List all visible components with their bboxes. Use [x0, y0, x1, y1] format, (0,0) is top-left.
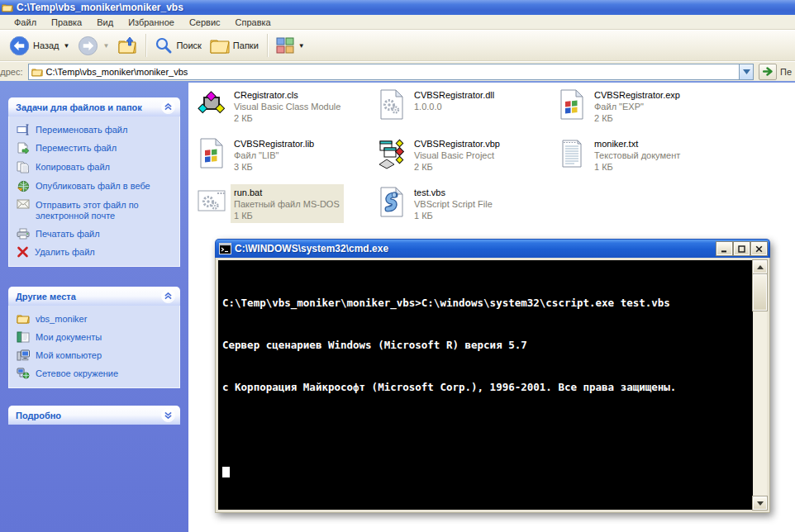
- task-rename-file[interactable]: Переименовать файл: [17, 124, 176, 135]
- back-button[interactable]: Назад ▼: [5, 34, 74, 58]
- expand-chevron-icon[interactable]: [161, 408, 175, 422]
- task-label: Печатать файл: [36, 228, 100, 240]
- collapse-chevron-icon[interactable]: [161, 289, 175, 303]
- menu-edit[interactable]: Правка: [44, 17, 89, 27]
- printer-icon: [17, 228, 30, 240]
- views-dropdown-icon[interactable]: ▼: [298, 42, 305, 50]
- file-tasks-header[interactable]: Задачи для файлов и папок: [8, 97, 180, 116]
- place-network[interactable]: Сетевое окружение: [17, 368, 176, 379]
- console-cursor: [222, 467, 230, 477]
- file-desc: Файл "LIB": [234, 150, 314, 161]
- place-my-documents[interactable]: Мои документы: [17, 331, 176, 343]
- folders-button[interactable]: Папки: [206, 35, 263, 56]
- go-button[interactable]: [759, 64, 777, 80]
- details-header[interactable]: Подробно: [8, 406, 180, 425]
- menu-favorites[interactable]: Избранное: [121, 17, 182, 27]
- search-icon: [155, 36, 173, 55]
- batch-file-icon: [195, 184, 228, 230]
- cmd-close-button[interactable]: [751, 242, 767, 255]
- scroll-up-button[interactable]: [753, 260, 767, 273]
- address-input[interactable]: C:\Temp\vbs_moniker\moniker_vbs: [28, 64, 754, 80]
- my-documents-icon: [17, 331, 30, 343]
- file-tile-cregistrator-cls[interactable]: CRegistrator.cls Visual Basic Class Modu…: [195, 87, 375, 133]
- cmd-frame: C:\Temp\vbs_moniker\moniker_vbs>C:\windo…: [215, 258, 770, 513]
- task-print-file[interactable]: Печатать файл: [17, 228, 176, 240]
- address-dropdown-button[interactable]: [739, 64, 753, 79]
- file-tile-cvbsregistrator-dll[interactable]: CVBSRegistrator.dll 1.0.0.0: [375, 87, 555, 133]
- task-move-file[interactable]: Переместить файл: [17, 142, 176, 154]
- file-tile-cvbsregistrator-vbp[interactable]: CVBSRegistrator.vbp Visual Basic Project…: [375, 135, 555, 182]
- windows-file-icon: [195, 135, 228, 182]
- details-title: Подробно: [16, 411, 61, 420]
- other-places-title: Другие места: [16, 292, 76, 302]
- folder-up-icon: [117, 36, 137, 55]
- console-blank-line: [222, 422, 753, 436]
- views-button[interactable]: ▼: [272, 36, 309, 55]
- file-desc: 1.0.0.0: [414, 101, 494, 112]
- file-tasks-title: Задачи для файлов и папок: [16, 102, 142, 112]
- task-label: Переместить файл: [36, 142, 117, 154]
- back-dropdown-icon[interactable]: ▼: [64, 42, 70, 50]
- network-icon: [17, 368, 30, 379]
- window-title: C:\Temp\vbs_moniker\moniker_vbs: [17, 2, 183, 13]
- menu-tools[interactable]: Сервис: [182, 17, 228, 27]
- delete-x-icon: [17, 246, 29, 258]
- menu-view[interactable]: Вид: [89, 17, 121, 27]
- file-desc: Visual Basic Project: [414, 150, 500, 161]
- place-label: vbs_moniker: [36, 313, 87, 325]
- collapse-chevron-icon[interactable]: [161, 100, 175, 114]
- up-button[interactable]: [113, 34, 141, 57]
- place-vbs-moniker[interactable]: vbs_moniker: [17, 313, 176, 325]
- folders-label: Папки: [233, 40, 259, 50]
- cmd-icon: [219, 243, 231, 254]
- dll-file-icon: [375, 87, 408, 133]
- address-bar: Адрес: C:\Temp\vbs_moniker\moniker_vbs П…: [0, 62, 795, 83]
- windows-file-icon: [555, 87, 588, 133]
- explorer-titlebar[interactable]: C:\Temp\vbs_moniker\moniker_vbs: [0, 0, 795, 15]
- task-delete-file[interactable]: Удалить файл: [17, 246, 176, 258]
- text-document-icon: [555, 135, 588, 182]
- file-tasks-body: Переименовать файл Переместить файл Копи…: [8, 116, 180, 267]
- publish-web-icon: [17, 180, 30, 192]
- file-tile-cvbsregistrator-lib[interactable]: CVBSRegistrator.lib Файл "LIB" 3 КБ: [195, 135, 375, 182]
- address-label: Адрес:: [0, 67, 28, 77]
- email-icon: [17, 199, 30, 209]
- cmd-titlebar[interactable]: C:\WINDOWS\system32\cmd.exe: [215, 239, 770, 258]
- file-tile-cvbsregistrator-exp[interactable]: CVBSRegistrator.exp Файл "EXP" 2 КБ: [555, 87, 735, 133]
- task-publish-file[interactable]: Опубликовать файл в вебе: [17, 180, 176, 192]
- forward-button[interactable]: ▼: [74, 34, 113, 58]
- task-copy-file[interactable]: Копировать файл: [17, 161, 176, 173]
- task-label: Переименовать файл: [36, 124, 127, 135]
- menubar: Файл Правка Вид Избранное Сервис Справка: [0, 15, 795, 30]
- menu-help[interactable]: Справка: [228, 17, 278, 27]
- cmd-maximize-button[interactable]: [734, 242, 750, 255]
- file-size: 2 КБ: [234, 112, 340, 124]
- place-my-computer[interactable]: Мой компьютер: [17, 349, 176, 361]
- task-email-file[interactable]: Отправить этот файл по электронной почте: [17, 199, 176, 221]
- search-button[interactable]: Поиск: [150, 35, 205, 56]
- file-desc: Пакетный файл MS-DOS: [234, 198, 340, 210]
- address-folder-icon: [31, 67, 43, 77]
- cmd-minimize-button[interactable]: [716, 242, 732, 255]
- file-tile-test-vbs[interactable]: test.vbs VBScript Script File 1 КБ: [375, 184, 555, 230]
- scroll-thumb[interactable]: [753, 274, 767, 311]
- file-tasks-panel: Задачи для файлов и папок Переименовать …: [8, 97, 180, 267]
- file-tile-run-bat[interactable]: run.bat Пакетный файл MS-DOS 1 КБ: [195, 184, 375, 230]
- file-size: 1 КБ: [594, 161, 680, 173]
- file-size: 3 КБ: [234, 161, 314, 173]
- move-file-icon: [17, 142, 30, 154]
- other-places-panel: Другие места vbs_moniker Мои документы: [8, 287, 180, 388]
- file-tile-moniker-txt[interactable]: moniker.txt Текстовый документ 1 КБ: [555, 135, 735, 182]
- console-output[interactable]: C:\Temp\vbs_moniker\moniker_vbs>C:\windo…: [218, 260, 753, 510]
- file-name: CVBSRegistrator.lib: [234, 138, 314, 150]
- my-computer-icon: [17, 349, 30, 361]
- menu-file[interactable]: Файл: [7, 17, 44, 27]
- scroll-down-button[interactable]: [753, 496, 767, 510]
- console-scrollbar[interactable]: [753, 260, 767, 510]
- desktop-screen: C:\Temp\vbs_moniker\moniker_vbs Файл Пра…: [0, 0, 795, 532]
- task-pane: Задачи для файлов и папок Переименовать …: [0, 83, 188, 532]
- forward-dropdown-icon[interactable]: ▼: [102, 42, 109, 50]
- toolbar: Назад ▼ ▼ Поиск Папки: [0, 31, 795, 61]
- other-places-header[interactable]: Другие места: [8, 287, 180, 306]
- rename-icon: [17, 124, 30, 135]
